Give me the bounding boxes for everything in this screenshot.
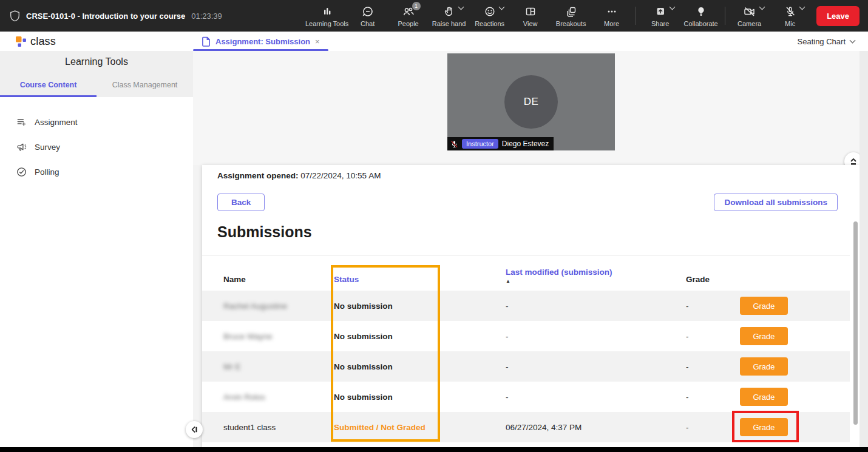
seating-chart-dropdown[interactable]: Seating Chart xyxy=(798,37,868,46)
submissions-table: Name Status Last modified (submission) ▲… xyxy=(202,255,850,442)
people-icon: 1 xyxy=(402,5,415,18)
tab-course-content[interactable]: Course Content xyxy=(0,75,97,97)
survey-megaphone-icon xyxy=(16,141,27,153)
tab-assignment-submission[interactable]: Assignment: Submission × xyxy=(193,32,328,51)
learning-tools-sidebar: Learning Tools Course Content Class Mana… xyxy=(0,51,193,447)
class-logo: class xyxy=(0,35,193,48)
camera-off-icon xyxy=(743,5,756,18)
grade-value: - xyxy=(686,393,740,402)
share-icon xyxy=(654,5,666,18)
sort-ascending-icon[interactable]: ▲ xyxy=(506,278,686,284)
tab-close-icon[interactable]: × xyxy=(315,37,320,46)
learning-tools-button[interactable]: Learning Tools xyxy=(307,0,347,32)
table-row: Arvin Rolos No submission - - Grade xyxy=(202,382,850,412)
column-header-name: Name xyxy=(223,275,334,284)
sidebar-item-polling[interactable]: Polling xyxy=(16,164,193,180)
student-name: Bruce Wayne xyxy=(223,332,334,341)
reactions-chevron-icon xyxy=(498,4,504,10)
raise-hand-icon xyxy=(443,5,455,18)
student-name: Rachel Augustine xyxy=(223,302,334,311)
learning-tools-icon xyxy=(321,5,333,18)
grade-value: - xyxy=(686,423,740,432)
video-strip: DE Instructor Diego Estevez xyxy=(193,51,868,165)
raise-hand-button[interactable]: Raise hand xyxy=(429,0,469,32)
toolbar-divider xyxy=(725,7,725,25)
student-name: Mr E xyxy=(223,362,334,371)
collaborate-button[interactable]: Collaborate xyxy=(680,0,721,32)
top-toolbar: CRSE-0101-0 - Introduction to your cours… xyxy=(0,0,868,32)
class-logo-text: class xyxy=(30,35,56,48)
table-header-row: Name Status Last modified (submission) ▲… xyxy=(202,255,850,291)
participant-label: Instructor Diego Estevez xyxy=(447,137,554,150)
reactions-button[interactable]: Reactions xyxy=(469,0,510,32)
grade-button[interactable]: Grade xyxy=(740,418,788,436)
submission-status: No submission xyxy=(334,332,506,341)
grade-button[interactable]: Grade xyxy=(740,327,788,345)
column-header-status[interactable]: Status xyxy=(334,275,506,284)
collaborate-icon xyxy=(695,5,707,18)
grade-button[interactable]: Grade xyxy=(740,357,788,376)
tab-bar: class Assignment: Submission × Seating C… xyxy=(0,32,868,51)
class-logo-icon xyxy=(16,36,26,47)
assignment-opened-line: Assignment opened: 07/22/2024, 10:55 AM xyxy=(217,171,381,180)
collapse-up-icon xyxy=(849,158,858,166)
instructor-video-tile[interactable]: DE Instructor Diego Estevez xyxy=(447,53,615,150)
column-header-grade: Grade xyxy=(686,275,740,284)
session-title: CRSE-0101-0 - Introduction to your cours… xyxy=(26,12,185,21)
toolbar-divider xyxy=(636,7,636,25)
assignment-opened-value: 07/22/2024, 10:55 AM xyxy=(300,171,381,180)
seating-chart-chevron-icon xyxy=(850,38,856,44)
camera-button[interactable]: Camera xyxy=(729,0,770,32)
muted-mic-icon xyxy=(450,140,458,148)
people-button[interactable]: 1 People xyxy=(388,0,429,32)
view-icon xyxy=(524,5,537,18)
table-row: student1 class Submitted / Not Graded 06… xyxy=(202,412,850,442)
mic-button[interactable]: Mic xyxy=(770,0,810,32)
toolbar-buttons: Learning Tools Chat 1 People xyxy=(307,0,868,32)
sidebar-items: Assignment Survey Polling xyxy=(0,97,193,180)
grade-button[interactable]: Grade xyxy=(740,297,788,315)
column-header-last-modified[interactable]: Last modified (submission) ▲ xyxy=(506,268,686,284)
chat-icon xyxy=(362,5,374,18)
student-name: Arvin Rolos xyxy=(223,393,334,402)
submission-status: No submission xyxy=(334,302,506,311)
download-all-submissions-button[interactable]: Download all submissions xyxy=(714,194,838,211)
last-modified: - xyxy=(506,393,686,402)
class-app-window: CRSE-0101-0 - Introduction to your cours… xyxy=(0,0,868,452)
people-count-badge: 1 xyxy=(412,2,421,10)
submissions-panel: Assignment opened: 07/22/2024, 10:55 AM … xyxy=(202,165,860,447)
table-row: Mr E No submission - - Grade xyxy=(202,351,850,382)
assignment-opened-label: Assignment opened: xyxy=(217,171,299,180)
raise-hand-chevron-icon xyxy=(458,4,464,10)
participant-name: Diego Estevez xyxy=(502,140,549,148)
table-row: Rachel Augustine No submission - - Grade xyxy=(202,291,850,321)
avatar-initials: DE xyxy=(524,96,539,108)
last-modified: 06/27/2024, 4:37 PM xyxy=(506,423,686,432)
more-button[interactable]: More xyxy=(591,0,632,32)
leave-button[interactable]: Leave xyxy=(816,6,860,26)
avatar: DE xyxy=(504,75,558,129)
view-button[interactable]: View xyxy=(510,0,551,32)
breakouts-button[interactable]: Breakouts xyxy=(551,0,591,32)
share-chevron-icon xyxy=(669,4,675,10)
grade-button[interactable]: Grade xyxy=(740,388,788,406)
share-button[interactable]: Share xyxy=(640,0,680,32)
instructor-role-badge: Instructor xyxy=(462,139,498,149)
sidebar-tabs: Course Content Class Management xyxy=(0,75,193,97)
sidebar-item-survey[interactable]: Survey xyxy=(16,139,193,155)
last-modified: - xyxy=(506,332,686,341)
session-timer: 01:23:39 xyxy=(191,12,222,21)
tab-label: Assignment: Submission xyxy=(215,37,310,46)
sidebar-title: Learning Tools xyxy=(0,56,193,75)
sidebar-header: Learning Tools Course Content Class Mana… xyxy=(0,51,193,97)
collapse-sidebar-button[interactable] xyxy=(186,421,203,438)
collapse-left-icon xyxy=(190,425,198,434)
chat-button[interactable]: Chat xyxy=(347,0,388,32)
session-info: CRSE-0101-0 - Introduction to your cours… xyxy=(0,10,222,22)
vertical-scrollbar-thumb[interactable] xyxy=(853,221,858,425)
last-modified: - xyxy=(506,302,686,311)
tab-class-management[interactable]: Class Management xyxy=(97,75,193,97)
back-button[interactable]: Back xyxy=(217,194,265,211)
sidebar-item-assignment[interactable]: Assignment xyxy=(16,114,193,130)
more-icon xyxy=(606,5,618,18)
